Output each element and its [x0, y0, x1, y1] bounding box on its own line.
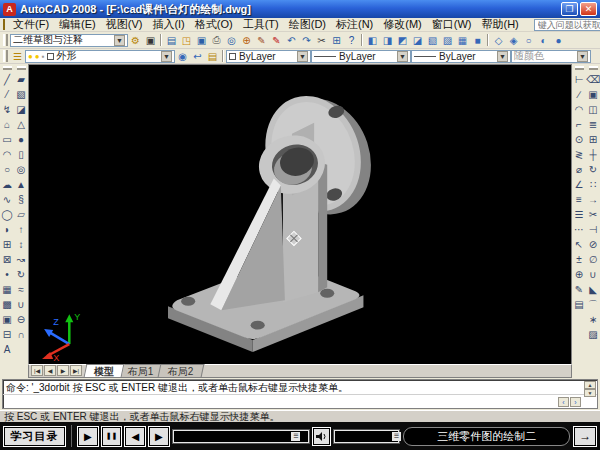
view-bottom-button[interactable]: ◨ — [380, 33, 395, 47]
arc-length-dimension-tool[interactable]: ◠ — [573, 102, 586, 117]
tab-nav-first-button[interactable]: |◀ — [31, 365, 43, 376]
subtract-tool[interactable]: ⊖ — [15, 312, 28, 327]
angular-dimension-tool[interactable]: ∠ — [573, 177, 586, 192]
view-left-button[interactable]: ◩ — [395, 33, 410, 47]
menu-draw[interactable]: 绘图(D) — [284, 17, 331, 32]
break-at-point-tool[interactable]: ⊘ — [587, 237, 600, 252]
toolbar-grip[interactable] — [589, 66, 598, 70]
arc-tool[interactable]: ◠ — [1, 147, 14, 162]
learning-directory-button[interactable]: 学习目录 — [4, 427, 65, 446]
command-input[interactable] — [3, 394, 597, 407]
menu-insert[interactable]: 插入(I) — [147, 17, 189, 32]
tab-model[interactable]: 模型 — [84, 364, 125, 377]
volume-slider[interactable]: ☰ — [334, 430, 399, 443]
visual-conceptual-button[interactable]: ● — [551, 33, 566, 47]
menu-modify[interactable]: 修改(M) — [378, 17, 427, 32]
visual-realistic-button[interactable]: ◐ — [536, 33, 551, 47]
help-button[interactable]: ? — [344, 33, 359, 47]
markup-button[interactable]: ✎ — [269, 33, 284, 47]
plane-surface-tool[interactable]: ▱ — [15, 207, 28, 222]
menu-view[interactable]: 视图(V) — [101, 17, 148, 32]
revolve-tool[interactable]: ↻ — [15, 267, 28, 282]
helix-tool[interactable]: § — [15, 192, 28, 207]
visual-hidden-button[interactable]: ○ — [521, 33, 536, 47]
ellipse-tool[interactable]: ◯ — [1, 207, 14, 222]
chamfer-tool[interactable]: ◣ — [587, 282, 600, 297]
next-button[interactable]: ▶ — [149, 427, 169, 446]
toolbar-grip[interactable] — [3, 50, 8, 61]
tab-nav-last-button[interactable]: ▶| — [70, 365, 82, 376]
torus-tool[interactable]: ◎ — [15, 162, 28, 177]
visual-2d-wireframe-button[interactable]: ◇ — [491, 33, 506, 47]
text-tool[interactable]: A — [1, 342, 14, 357]
plot-preview-button[interactable]: ◎ — [224, 33, 239, 47]
layer-states-button[interactable]: ▤ — [205, 49, 220, 63]
open-button[interactable]: ◳ — [179, 33, 194, 47]
fillet-tool[interactable]: ⌒ — [587, 297, 600, 312]
view-sw-isometric-button[interactable]: ▦ — [455, 33, 470, 47]
center-mark-tool[interactable]: ⊕ — [573, 267, 586, 282]
help-search-input[interactable] — [534, 19, 600, 31]
circle-tool[interactable]: ○ — [1, 162, 14, 177]
menu-help[interactable]: 帮助(H) — [477, 17, 524, 32]
intersect-tool[interactable]: ∩ — [15, 327, 28, 342]
edit-hatch-tool[interactable]: ▨ — [587, 327, 600, 342]
progress-slider[interactable]: ☰ — [173, 430, 309, 443]
erase-tool[interactable]: ⌫ — [587, 72, 600, 87]
clean-screen-button[interactable]: ▣ — [143, 33, 158, 47]
rotate-tool[interactable]: ↻ — [587, 162, 600, 177]
tab-nav-next-button[interactable]: ▶ — [57, 365, 69, 376]
loft-tool[interactable]: ≈ — [15, 282, 28, 297]
view-back-button[interactable]: ▨ — [440, 33, 455, 47]
speaker-button[interactable] — [313, 428, 331, 445]
undo-button[interactable]: ↶ — [284, 33, 299, 47]
linear-dimension-tool[interactable]: ⊢ — [573, 72, 586, 87]
progress-handle[interactable]: ☰ — [291, 432, 300, 441]
layer-properties-button[interactable]: ☰ — [10, 49, 25, 63]
chevron-down-icon[interactable]: ▼ — [114, 35, 125, 46]
tab-layout2[interactable]: 布局2 — [157, 364, 203, 377]
drawing-canvas[interactable]: Y Z X — [28, 64, 572, 364]
volume-handle[interactable]: ☰ — [392, 432, 401, 441]
line-tool[interactable]: ╱ — [1, 72, 14, 87]
rectangle-tool[interactable]: ▭ — [1, 132, 14, 147]
forward-arrow-button[interactable]: → — [574, 427, 596, 446]
copy-tool[interactable]: ▣ — [587, 87, 600, 102]
menu-window[interactable]: 窗口(W) — [427, 17, 477, 32]
offset-tool[interactable]: ≣ — [587, 117, 600, 132]
chevron-down-icon[interactable]: ▼ — [577, 51, 588, 62]
make-block-tool[interactable]: ⊠ — [1, 252, 14, 267]
trim-tool[interactable]: ✂ — [587, 207, 600, 222]
plot-button[interactable]: ⎙ — [209, 33, 224, 47]
stretch-tool[interactable]: → — [587, 192, 600, 207]
radius-dimension-tool[interactable]: ⊙ — [573, 132, 586, 147]
dimension-edit-tool[interactable]: ✎ — [573, 282, 586, 297]
tab-nav-prev-button[interactable]: ◀ — [44, 365, 56, 376]
previous-button[interactable]: ◀ — [125, 427, 145, 446]
plot-style-dropdown[interactable]: 随颜色 ▼ — [511, 50, 591, 63]
ordinate-dimension-tool[interactable]: ⌐ — [573, 117, 586, 132]
chevron-down-icon[interactable]: ▼ — [161, 51, 172, 62]
scroll-down-button[interactable]: ▼ — [584, 389, 596, 397]
gradient-tool[interactable]: ▩ — [1, 297, 14, 312]
save-button[interactable]: ▣ — [194, 33, 209, 47]
explode-tool[interactable]: ∗ — [587, 312, 600, 327]
toolbar-grip[interactable] — [575, 66, 584, 70]
play-button[interactable]: ▶ — [78, 427, 98, 446]
layer-previous-button[interactable]: ↩ — [190, 49, 205, 63]
extend-tool[interactable]: ⊣ — [587, 222, 600, 237]
close-button[interactable]: ✕ — [580, 2, 597, 16]
construction-line-tool[interactable]: ⁄ — [1, 87, 14, 102]
toolbar-grip[interactable] — [3, 34, 8, 47]
scroll-left-button[interactable]: ‹ — [558, 397, 569, 407]
move-tool[interactable]: ┼ — [587, 147, 600, 162]
aligned-dimension-tool[interactable]: ∕ — [573, 87, 586, 102]
point-tool[interactable]: • — [1, 267, 14, 282]
extrude-tool[interactable]: ↑ — [15, 222, 28, 237]
view-right-button[interactable]: ◪ — [410, 33, 425, 47]
workspace-settings-button[interactable]: ⚙ — [128, 33, 143, 47]
menu-tools[interactable]: 工具(T) — [238, 17, 284, 32]
table-tool[interactable]: ⊟ — [1, 327, 14, 342]
make-object-layer-current-button[interactable]: ◉ — [175, 49, 190, 63]
pencil-button[interactable]: ✎ — [254, 33, 269, 47]
